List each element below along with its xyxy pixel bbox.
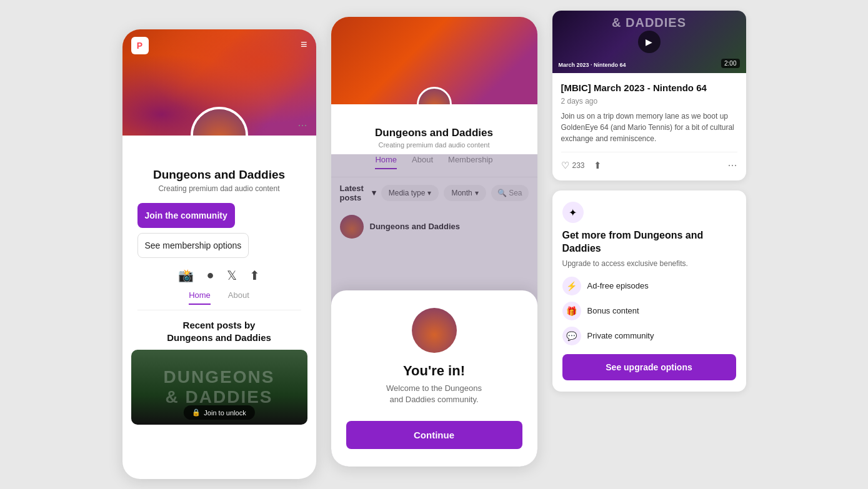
- post-title: [MBIC] March 2023 - Nintendo 64: [561, 82, 737, 94]
- lock-label: Join to unlock: [204, 409, 246, 417]
- phone1-tabs: Home About: [137, 290, 301, 310]
- lock-bar[interactable]: 🔒 Join to unlock: [183, 405, 254, 420]
- like-count: 233: [572, 161, 585, 170]
- video-thumbnail: & DADDIES ▶ March 2023 · Nintendo 64 2:0…: [552, 11, 746, 73]
- hero-banner-2: [331, 17, 537, 104]
- tab-home-1[interactable]: Home: [189, 290, 211, 305]
- community-icon: 💬: [562, 327, 581, 345]
- post-thumbnail-1: DUNGEONS& DADDIES 🔒 Join to unlock: [131, 350, 307, 425]
- creator-name-2: Dungeons and Daddies: [331, 127, 537, 139]
- phone-screen-2: Dungeons and Daddies Creating premium da…: [331, 17, 537, 467]
- modal-avatar: [412, 308, 457, 353]
- video-banner-text: & DADDIES: [612, 16, 686, 30]
- creator-avatar-small: [417, 87, 452, 104]
- post-body: [MBIC] March 2023 - Nintendo 64 2 days a…: [552, 73, 746, 181]
- gift-icon: 🎁: [562, 302, 581, 320]
- tab-about-1[interactable]: About: [228, 290, 249, 305]
- modal-subtitle: Welcome to the Dungeonsand Daddies commu…: [346, 383, 522, 405]
- menu-icon[interactable]: ≡: [301, 38, 307, 51]
- share-button[interactable]: ⬆: [594, 160, 602, 171]
- featured-post-card: & DADDIES ▶ March 2023 · Nintendo 64 2:0…: [552, 11, 746, 181]
- instagram-icon[interactable]: 📸: [178, 268, 194, 283]
- share-icon[interactable]: ⬆: [249, 268, 260, 283]
- heart-icon: ♡: [561, 160, 569, 171]
- hero-banner-1: P ≡ ···: [122, 29, 316, 136]
- social-icons-row: 📸 ● 𝕏 ⬆: [122, 268, 316, 283]
- more-options-post[interactable]: ···: [727, 159, 737, 172]
- play-button[interactable]: ▶: [638, 31, 661, 53]
- duration-badge: 2:00: [721, 59, 739, 68]
- upgrade-subtitle: Upgrade to access exclusive benefits.: [562, 259, 736, 268]
- benefit-row-2: 🎁 Bonus content: [562, 302, 736, 320]
- patreon-logo: P: [131, 37, 149, 54]
- continue-button[interactable]: Continue: [346, 421, 522, 449]
- recent-posts-heading: Recent posts byDungeons and Daddies: [122, 319, 316, 343]
- benefit-row-1: ⚡ Ad-free episodes: [562, 277, 736, 295]
- upgrade-card: ✦ Get more from Dungeons and Daddies Upg…: [552, 190, 746, 392]
- lock-icon: 🔒: [192, 408, 201, 417]
- see-upgrade-button[interactable]: See upgrade options: [562, 354, 736, 380]
- upgrade-title: Get more from Dungeons and Daddies: [562, 229, 736, 255]
- right-panel: & DADDIES ▶ March 2023 · Nintendo 64 2:0…: [552, 11, 746, 460]
- phone1-body: Dungeons and Daddies Creating premium da…: [122, 136, 316, 433]
- sparkle-icon: ✦: [562, 202, 584, 223]
- see-membership-button[interactable]: See membership options: [137, 233, 249, 258]
- phone-screen-1: P ≡ ··· Dungeons and Daddies Creating pr…: [122, 29, 316, 479]
- creator-tagline-2: Creating premium dad audio content: [331, 141, 537, 149]
- thumb-text: DUNGEONS& DADDIES: [164, 367, 275, 407]
- you-re-in-modal: You're in! Welcome to the Dungeonsand Da…: [331, 290, 537, 466]
- twitter-icon[interactable]: 𝕏: [227, 268, 237, 283]
- spotify-icon[interactable]: ●: [206, 268, 214, 283]
- episode-subtitle: March 2023 · Nintendo 64: [559, 62, 626, 68]
- modal-title: You're in!: [346, 363, 522, 379]
- benefit-label-1: Ad-free episodes: [587, 281, 649, 290]
- lightning-icon: ⚡: [562, 277, 581, 295]
- benefit-label-2: Bonus content: [587, 306, 639, 315]
- benefit-row-3: 💬 Private community: [562, 327, 736, 345]
- share-icon: ⬆: [594, 160, 602, 171]
- post-time: 2 days ago: [561, 97, 737, 106]
- creator-name-1: Dungeons and Daddies: [122, 168, 316, 182]
- creator-tagline-1: Creating premium dad audio content: [122, 184, 316, 193]
- like-button[interactable]: ♡ 233: [561, 160, 585, 171]
- more-options-icon[interactable]: ···: [297, 119, 307, 132]
- post-text: Join us on a trip down memory lane as we…: [561, 111, 737, 144]
- post-actions: ♡ 233 ⬆ ···: [561, 152, 737, 172]
- benefit-label-3: Private community: [587, 331, 654, 340]
- join-community-button[interactable]: Join the community: [137, 203, 235, 228]
